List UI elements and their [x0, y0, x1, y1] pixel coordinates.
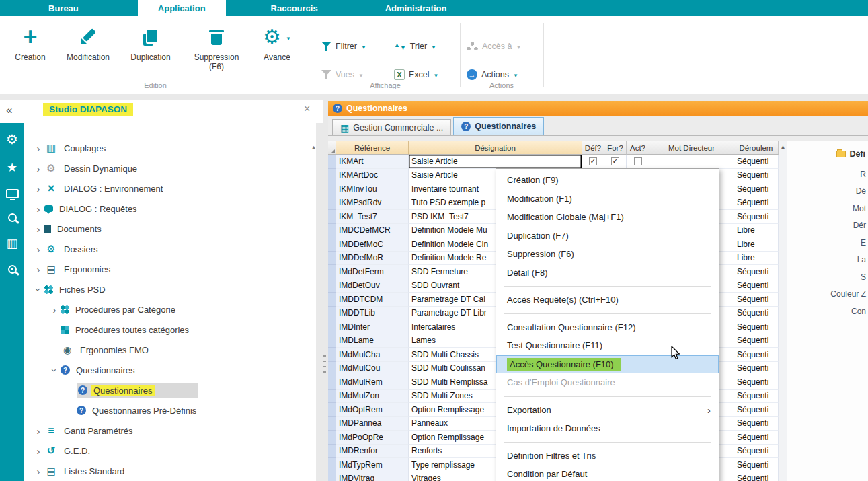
column-header-def[interactable]: Déf? — [582, 141, 604, 155]
row-selector[interactable] — [328, 196, 336, 211]
row-selector[interactable] — [328, 224, 336, 238]
suppression-button[interactable]: Suppression (F6) — [186, 22, 247, 72]
column-header-designation[interactable]: Désignation — [409, 141, 582, 155]
tree-item-dossiers[interactable]: ›Dossiers — [24, 239, 316, 259]
row-selector[interactable] — [328, 210, 336, 224]
tree-expander-icon[interactable]: › — [32, 264, 44, 274]
checkbox-def[interactable] — [589, 157, 597, 165]
tree-expander-icon[interactable]: › — [32, 244, 44, 254]
tree-expander-icon[interactable]: › — [34, 283, 44, 295]
trier-button[interactable]: Trier — [394, 39, 436, 54]
creation-button[interactable]: Création — [9, 22, 51, 62]
menu-item-creation-f9[interactable]: Création (F9) — [496, 171, 719, 190]
tree-expander-icon[interactable]: › — [32, 224, 44, 234]
tree-expander-icon[interactable]: › — [32, 143, 44, 153]
menu-item-suppression-f6[interactable]: Suppression (F6) — [496, 245, 719, 264]
menu-item-acces-requete-s-ctrl-f10[interactable]: Accès Requête(s) (Ctrl+F10) — [496, 291, 719, 309]
row-selector[interactable] — [328, 375, 336, 390]
row-selector[interactable] — [328, 348, 336, 362]
row-selector[interactable] — [328, 431, 336, 445]
favorites-icon[interactable] — [5, 161, 19, 174]
menu-item-modification-f1[interactable]: Modification (F1) — [496, 190, 719, 209]
tree-item-couplages[interactable]: ›Couplages — [24, 138, 316, 158]
tree-item-ergonomies[interactable]: ›Ergonomies — [24, 259, 316, 279]
tree-item-procedures-par-categorie[interactable]: ›Procédures par Catégorie — [24, 299, 316, 320]
table-row[interactable]: IKMArtSaisie ArticleSéquenti — [328, 155, 779, 169]
row-selector[interactable] — [328, 445, 336, 459]
excel-button[interactable]: Excel — [394, 67, 439, 82]
duplication-button[interactable]: Duplication — [122, 22, 179, 62]
tree-expander-icon[interactable]: › — [48, 305, 61, 315]
top-tab-application[interactable]: Application — [138, 0, 226, 16]
tree-expander-icon[interactable]: › — [50, 364, 60, 376]
tree-expander-icon[interactable]: › — [32, 446, 44, 456]
row-selector[interactable] — [328, 155, 336, 169]
top-tab-bureau[interactable]: Bureau — [28, 0, 99, 16]
row-selector[interactable] — [328, 458, 336, 472]
actions-button[interactable]: Actions — [467, 67, 518, 82]
menu-item-importation-de-donnees[interactable]: Importation de Données — [496, 419, 719, 438]
splitter-handle[interactable] — [323, 355, 326, 377]
settings-icon[interactable] — [5, 133, 19, 146]
menu-item-consultation-questionnaire-f12[interactable]: Consultation Questionnaire (F12) — [496, 318, 719, 337]
tree-item-questionnaires-pre-definis[interactable]: Questionnaires Pré-Définis — [24, 400, 316, 420]
tab-questionnaires[interactable]: Questionnaires — [453, 117, 544, 135]
tree-item-dialog-requetes[interactable]: ›DIALOG : Requêtes — [24, 198, 316, 219]
row-selector[interactable] — [328, 265, 336, 279]
column-header-act[interactable]: Act? — [627, 141, 649, 155]
tree-expander-icon[interactable]: › — [32, 426, 44, 436]
desktop-icon[interactable] — [6, 189, 19, 198]
menu-item-acces-questionnaire-f10[interactable]: Accès Questionnaire (F10) — [496, 355, 719, 374]
row-selector[interactable] — [328, 182, 336, 196]
tree-item-procedures-toutes-categories[interactable]: Procédures toutes catégories — [24, 320, 316, 340]
advanced-search-icon[interactable] — [8, 265, 17, 274]
tree-item-questionnaires[interactable]: Questionnaires — [24, 380, 316, 400]
column-header-for[interactable]: For? — [604, 141, 627, 155]
row-selector[interactable] — [328, 320, 336, 334]
menu-item-test-questionnaire-f11[interactable]: Test Questionnaire (F11) — [496, 336, 719, 355]
tree-scroll-up-icon[interactable] — [311, 140, 317, 152]
tree-item-listes-standard[interactable]: ›Listes Standard — [24, 461, 316, 481]
search-icon[interactable] — [8, 213, 17, 222]
column-header-deroulem[interactable]: Déroulem — [734, 141, 779, 155]
tab-gestion-commerciale[interactable]: Gestion Commerciale ... — [332, 119, 451, 135]
tree-item-fiches-psd[interactable]: ›Fiches PSD — [24, 279, 316, 299]
row-selector[interactable] — [328, 169, 336, 183]
row-selector[interactable] — [328, 472, 336, 481]
filtrer-button[interactable]: Filtrer — [321, 39, 366, 54]
column-header-selector[interactable] — [328, 141, 336, 155]
tree-expander-icon[interactable]: › — [32, 466, 44, 476]
menu-item-condition-par-defaut[interactable]: Condition par Défaut — [496, 465, 719, 481]
tree-item-dialog-environnement[interactable]: ›DIALOG : Environnement — [24, 178, 316, 198]
modification-button[interactable]: Modification — [59, 22, 117, 62]
row-selector[interactable] — [328, 307, 336, 321]
row-selector[interactable] — [328, 417, 336, 431]
row-selector[interactable] — [328, 334, 336, 348]
menu-item-definition-filtres-et-tris[interactable]: Définition Filtres et Tris — [496, 447, 719, 466]
tree-item-gantt-parametres[interactable]: ›Gantt Paramétrés — [24, 420, 316, 441]
menu-item-detail-f8[interactable]: Détail (F8) — [496, 264, 719, 283]
tree-expander-icon[interactable]: › — [32, 163, 44, 174]
row-selector[interactable] — [328, 279, 336, 293]
collapse-sidebar-button[interactable]: « — [6, 104, 12, 117]
row-selector[interactable] — [328, 293, 336, 307]
row-selector[interactable] — [328, 390, 336, 404]
top-tab-raccourcis[interactable]: Raccourcis — [251, 0, 338, 16]
tree-item-documents[interactable]: ›Documents — [24, 219, 316, 239]
column-header-reference[interactable]: Référence — [336, 141, 409, 155]
tree-item-ergonomies-fmo[interactable]: Ergonomies FMO — [24, 340, 316, 360]
row-selector[interactable] — [328, 362, 336, 376]
row-selector[interactable] — [328, 237, 336, 252]
row-selector[interactable] — [328, 403, 336, 417]
top-tab-administration[interactable]: Administration — [365, 0, 467, 16]
menu-item-modification-globale-maj-f1[interactable]: Modification Globale (Maj+F1) — [496, 208, 719, 227]
close-sidebar-button[interactable]: × — [304, 103, 310, 115]
tree-expander-icon[interactable]: › — [32, 204, 44, 214]
tree-item-dessin-dynamique[interactable]: ›Dessin Dynamique — [24, 158, 316, 178]
tree-expander-icon[interactable]: › — [32, 184, 44, 194]
menu-item-duplication-f7[interactable]: Duplication (F7) — [496, 227, 719, 246]
checkbox-for[interactable] — [611, 157, 619, 165]
row-selector[interactable] — [328, 252, 336, 266]
tree-item-g-e-d[interactable]: ›G.E.D. — [24, 441, 316, 461]
checkbox-act[interactable] — [634, 157, 642, 165]
